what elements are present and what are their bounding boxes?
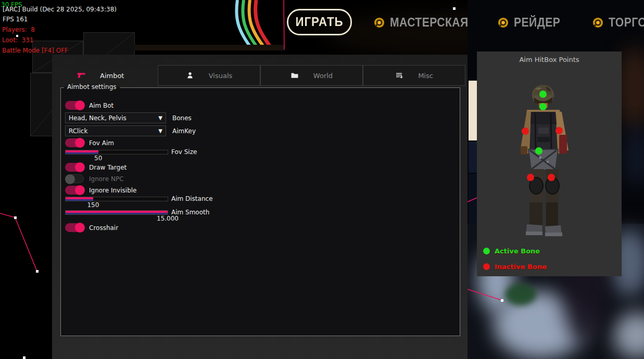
tracer-marker	[501, 299, 503, 302]
tab-bar: Aimbot Visuals World Misc	[52, 65, 468, 86]
bone-dot-right-hip	[548, 174, 555, 181]
aimkey-dropdown[interactable]: RClick ▼	[65, 125, 166, 136]
tab-world[interactable]: World	[260, 65, 363, 86]
tab-aimbot[interactable]: Aimbot	[61, 65, 155, 86]
tracer-marker	[16, 35, 18, 37]
active-bone-dot	[483, 248, 490, 254]
build-info: [ARC] Build (Dec 28 2025, 09:43:38)	[3, 6, 117, 13]
slider-fill	[66, 150, 98, 154]
toggle-knob	[75, 223, 85, 233]
inactive-bone-dot	[483, 263, 490, 270]
players-counter: Players: 8	[2, 26, 35, 33]
legend-inactive-bone: Inactive Bone	[483, 263, 547, 271]
aimbot-settings-group: Aimbot settings Aim Bot Head, Neck, Pelv…	[60, 87, 460, 336]
menu-item-label: ТОРГО	[609, 15, 644, 30]
pistol-icon	[77, 71, 85, 80]
bone-dot-right-shoulder	[555, 127, 563, 134]
slider-fill	[66, 197, 93, 201]
tab-label: Misc	[418, 72, 433, 80]
bone-dot-neck	[539, 103, 547, 110]
crosshair-label: Crosshair	[89, 224, 118, 232]
tab-misc[interactable]: Misc	[363, 65, 465, 86]
ignore-npc-toggle[interactable]	[65, 174, 84, 183]
ignore-invisible-label: Ignore Invisible	[89, 187, 136, 194]
ignore-npc-label: Ignore NPC	[89, 175, 124, 183]
menu-sliver-cream	[469, 81, 477, 140]
battle-mode-status: Battle Mode [F4] OFF	[2, 47, 68, 54]
exit-sign	[505, 284, 536, 305]
chevron-down-icon: ▼	[158, 115, 162, 121]
tab-label: Visuals	[209, 72, 233, 80]
bones-label: Bones	[172, 114, 192, 122]
coin-icon	[592, 17, 603, 28]
fps-value: FPS 161	[3, 16, 28, 23]
fov-aim-label: Fov Aim	[89, 139, 114, 147]
toggle-knob	[75, 162, 85, 172]
slider-value: 15.000	[157, 215, 179, 222]
ignore-invisible-toggle[interactable]	[65, 186, 84, 195]
aim-hitbox-panel: Aim HitBox Points	[477, 52, 622, 276]
tab-label: Aimbot	[100, 72, 124, 80]
fov-aim-toggle[interactable]	[65, 138, 84, 147]
tab-visuals[interactable]: Visuals	[158, 65, 260, 86]
toggle-knob	[65, 174, 75, 184]
menu-item-label: МАСТЕРСКАЯ	[390, 15, 469, 30]
tracer-marker	[36, 270, 39, 273]
bone-dot-left-hip	[527, 174, 534, 181]
playlist-add-icon	[395, 71, 403, 80]
bone-dot-head	[539, 91, 547, 98]
bone-dot-pelvis	[535, 147, 542, 155]
active-bone-label: Active Bone	[495, 247, 540, 255]
toggle-knob	[75, 138, 85, 148]
bones-dropdown-value: Head, Neck, Pelvis	[69, 114, 127, 122]
bones-dropdown[interactable]: Head, Neck, Pelvis ▼	[65, 112, 166, 123]
menu-sliver-navy	[469, 142, 477, 173]
aim-bot-label: Aim Bot	[89, 102, 113, 109]
person-icon	[186, 71, 194, 80]
fov-size-slider[interactable]: 50	[65, 150, 168, 155]
legend-active-bone: Active Bone	[483, 247, 540, 255]
floor-strip	[134, 45, 284, 50]
menu-item-label: РЕЙДЕР	[514, 15, 560, 30]
bone-dot-left-shoulder	[522, 127, 529, 135]
coin-icon	[498, 17, 509, 28]
play-button[interactable]: ИГРАТЬ	[287, 9, 352, 35]
loot-counter: Loot: 331	[2, 36, 33, 44]
section-title: Aimbot settings	[64, 83, 120, 91]
menu-item-raider[interactable]: РЕЙДЕР	[498, 14, 566, 31]
cheat-menu-panel: Aimbot Visuals World Misc	[52, 55, 468, 359]
tracer-marker	[23, 356, 26, 359]
folder-icon	[291, 71, 299, 80]
menu-item-workshop[interactable]: МАСТЕРСКАЯ	[374, 14, 479, 31]
draw-target-label: Draw Target	[89, 164, 127, 171]
toggle-knob	[75, 100, 85, 110]
slider-value: 50	[94, 155, 102, 162]
chevron-down-icon: ▼	[158, 128, 162, 134]
slider-value: 150	[87, 201, 99, 209]
draw-target-toggle[interactable]	[65, 163, 84, 172]
fov-size-label: Fov Size	[171, 148, 197, 156]
aim-bot-toggle[interactable]	[65, 101, 84, 110]
aimkey-dropdown-value: RClick	[69, 127, 87, 135]
aim-smooth-slider[interactable]: 15.000	[65, 210, 168, 215]
aim-distance-label: Aim Distance	[171, 195, 213, 202]
menu-item-trade[interactable]: ТОРГО	[592, 14, 644, 31]
aimkey-label: AimKey	[172, 127, 196, 135]
rock-texture	[624, 125, 644, 187]
slider-fill	[66, 211, 168, 214]
toggle-knob	[75, 185, 85, 195]
coin-icon	[374, 17, 385, 28]
inactive-bone-label: Inactive Bone	[495, 263, 547, 271]
aim-distance-slider[interactable]: 150	[65, 197, 168, 201]
crosshair-toggle[interactable]	[65, 223, 84, 232]
tracer-marker	[453, 7, 456, 10]
tab-label: World	[313, 72, 333, 80]
tracer-marker	[14, 216, 17, 219]
bone-dot-layer	[477, 52, 622, 276]
